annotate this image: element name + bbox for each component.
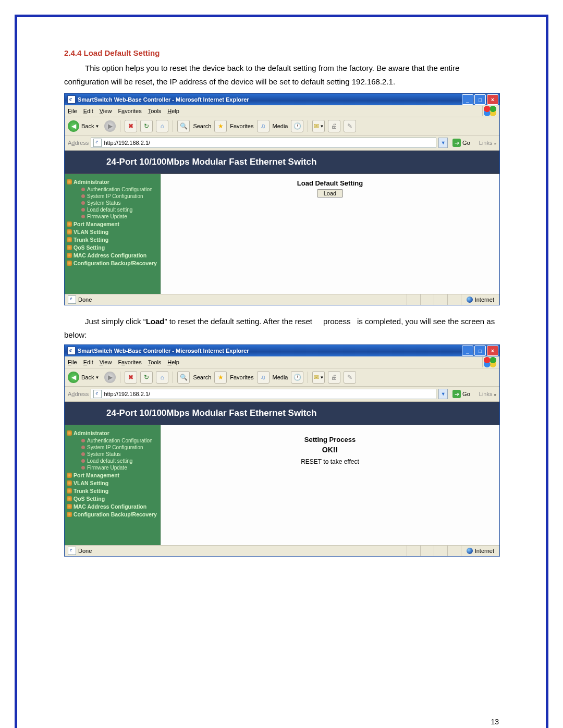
sidebar-item-loaddefault[interactable]: Load default setting: [81, 207, 158, 213]
section-heading: 2.4.4 Load Default Setting: [64, 48, 499, 57]
minimize-button[interactable]: _: [462, 94, 473, 105]
search-label[interactable]: Search: [193, 123, 211, 129]
maximize-button[interactable]: □: [474, 346, 486, 356]
toolbar-separator: [120, 372, 120, 383]
app-banner: 24-Port 10/100Mbps Modular Fast Ethernet…: [65, 402, 499, 425]
menu-favorites[interactable]: Favorites: [118, 359, 141, 365]
address-dropdown-icon[interactable]: ▼: [438, 389, 448, 399]
history-icon[interactable]: 🕐: [291, 371, 303, 384]
sidebar-item-sysip[interactable]: System IP Configuration: [81, 193, 158, 199]
links-label[interactable]: Links »: [479, 391, 496, 397]
sidebar-item-loaddefault[interactable]: Load default setting: [81, 458, 158, 464]
paragraph-1-text: This option helps you to reset the devic…: [64, 61, 499, 88]
address-label: Address: [68, 140, 89, 146]
sidebar-section-mac[interactable]: MAC Address Configuration: [67, 252, 158, 258]
back-button[interactable]: Back▼: [81, 123, 99, 129]
load-button[interactable]: Load: [317, 189, 343, 198]
sidebar-section-backup[interactable]: Configuration Backup/Recovery: [67, 511, 158, 517]
refresh-icon[interactable]: ↻: [140, 371, 153, 384]
menu-favorites[interactable]: Favorites: [118, 108, 141, 114]
sidebar-item-firmware[interactable]: Firmware Update: [81, 214, 158, 219]
media-icon[interactable]: ♫: [257, 371, 270, 384]
search-icon[interactable]: 🔍: [177, 371, 190, 384]
media-label[interactable]: Media: [273, 374, 288, 380]
print-icon[interactable]: 🖨: [328, 371, 340, 384]
sidebar-section-mac[interactable]: MAC Address Configuration: [67, 503, 158, 510]
menu-help[interactable]: Help: [167, 108, 179, 114]
menu-view[interactable]: View: [100, 359, 112, 365]
sidebar-section-port[interactable]: Port Management: [67, 221, 158, 227]
sidebar-section-qos[interactable]: QoS Setting: [67, 496, 158, 502]
ie-window-title: SmartSwitch Web-Base Controller - Micros…: [78, 96, 462, 103]
done-icon: [68, 547, 76, 555]
links-label[interactable]: Links »: [479, 140, 496, 146]
menu-tools[interactable]: Tools: [148, 108, 162, 114]
zone-label: Internet: [475, 297, 494, 303]
sidebar-section-trunk[interactable]: Trunk Setting: [67, 488, 158, 494]
close-button[interactable]: ×: [487, 346, 498, 356]
home-icon[interactable]: ⌂: [156, 371, 168, 384]
search-icon[interactable]: 🔍: [177, 120, 190, 132]
home-icon[interactable]: ⌂: [156, 120, 168, 132]
history-icon[interactable]: 🕐: [291, 120, 303, 132]
refresh-icon[interactable]: ↻: [140, 120, 153, 132]
content-title: Load Default Setting: [166, 179, 494, 187]
page-number: 13: [491, 718, 499, 726]
menu-view[interactable]: View: [100, 108, 112, 114]
sidebar-section-administrator[interactable]: Administrator: [67, 179, 158, 185]
address-label: Address: [68, 391, 89, 397]
sidebar-item-firmware[interactable]: Firmware Update: [81, 465, 158, 471]
media-label[interactable]: Media: [273, 123, 288, 129]
edit-icon[interactable]: ✎: [344, 120, 356, 132]
minimize-button[interactable]: _: [462, 346, 473, 356]
media-icon[interactable]: ♫: [257, 120, 270, 132]
ie-toolbar: ◀ Back▼ ▶ ✖ ↻ ⌂ 🔍 Search ★ Favorites ♫ M…: [65, 368, 499, 387]
menu-file[interactable]: File: [68, 359, 77, 365]
address-input[interactable]: http://192.168.2.1/: [91, 138, 436, 148]
back-button-icon[interactable]: ◀: [68, 372, 79, 383]
stop-icon[interactable]: ✖: [125, 371, 137, 384]
favorites-icon[interactable]: ★: [214, 120, 227, 132]
sidebar-item-sysstatus[interactable]: System Status: [81, 451, 158, 457]
mail-icon[interactable]: ✉▼: [312, 120, 325, 132]
sidebar-item-auth[interactable]: Authentication Configuration: [81, 438, 158, 443]
mail-icon[interactable]: ✉▼: [312, 371, 325, 384]
close-button[interactable]: ×: [487, 94, 498, 105]
forward-button-icon[interactable]: ▶: [104, 120, 116, 132]
sidebar-section-trunk[interactable]: Trunk Setting: [67, 237, 158, 243]
menu-file[interactable]: File: [68, 108, 77, 114]
address-input[interactable]: http://192.168.2.1/: [91, 389, 436, 399]
toolbar-separator: [308, 120, 308, 132]
favorites-label[interactable]: Favorites: [230, 374, 253, 380]
sidebar-section-qos[interactable]: QoS Setting: [67, 244, 158, 251]
ie-titlebar: SmartSwitch Web-Base Controller - Micros…: [65, 345, 499, 356]
sidebar-item-auth[interactable]: Authentication Configuration: [81, 187, 158, 192]
menu-edit[interactable]: Edit: [83, 108, 93, 114]
menu-help[interactable]: Help: [167, 359, 179, 365]
zone-internet-icon: [467, 297, 473, 303]
menu-tools[interactable]: Tools: [148, 359, 162, 365]
back-button[interactable]: Back▼: [81, 374, 99, 380]
stop-icon[interactable]: ✖: [125, 120, 137, 132]
go-button[interactable]: ➔ Go: [450, 389, 473, 399]
edit-icon[interactable]: ✎: [344, 371, 356, 384]
go-button[interactable]: ➔ Go: [450, 138, 473, 147]
sidebar-section-administrator[interactable]: Administrator: [67, 430, 158, 436]
favorites-label[interactable]: Favorites: [230, 123, 253, 129]
sidebar-item-sysstatus[interactable]: System Status: [81, 200, 158, 206]
paragraph-1: This option helps you to reset the devic…: [64, 61, 499, 88]
ie-statusbar: Done Internet: [65, 545, 499, 556]
sidebar-section-vlan[interactable]: VLAN Setting: [67, 480, 158, 486]
address-dropdown-icon[interactable]: ▼: [438, 138, 448, 148]
sidebar-section-port[interactable]: Port Management: [67, 472, 158, 478]
print-icon[interactable]: 🖨: [328, 120, 340, 132]
forward-button-icon[interactable]: ▶: [104, 372, 116, 383]
sidebar-section-vlan[interactable]: VLAN Setting: [67, 229, 158, 235]
favorites-icon[interactable]: ★: [214, 371, 227, 384]
sidebar-item-sysip[interactable]: System IP Configuration: [81, 445, 158, 450]
search-label[interactable]: Search: [193, 374, 211, 380]
sidebar-section-backup[interactable]: Configuration Backup/Recovery: [67, 260, 158, 266]
back-button-icon[interactable]: ◀: [68, 120, 79, 132]
maximize-button[interactable]: □: [474, 94, 486, 105]
menu-edit[interactable]: Edit: [83, 359, 93, 365]
